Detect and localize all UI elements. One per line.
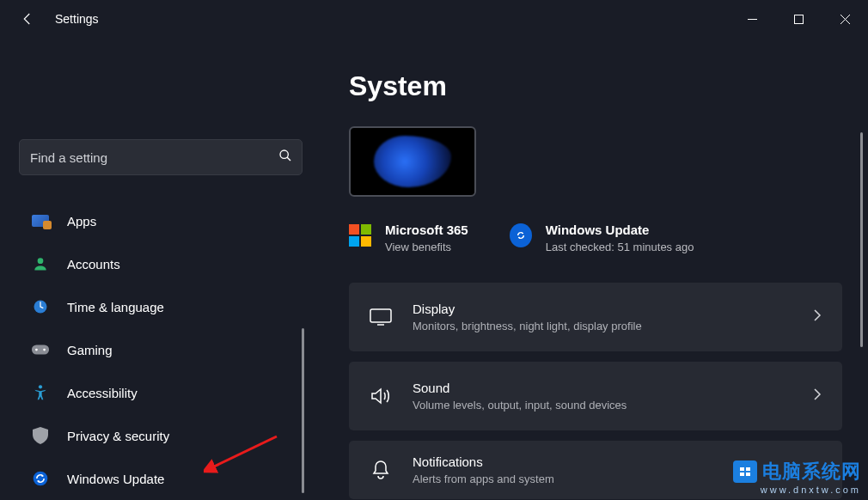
nav: Apps Accounts Time & language Gaming	[19, 199, 301, 500]
card-subtitle: Monitors, brightness, night light, displ…	[413, 320, 813, 332]
sidebar-item-label: Privacy & security	[67, 429, 169, 443]
search-input[interactable]	[19, 139, 303, 175]
svg-point-1	[280, 150, 288, 158]
card-title: Display	[413, 302, 813, 316]
sidebar-item-label: Time & language	[67, 300, 164, 314]
sidebar-item-gaming[interactable]: Gaming	[19, 328, 301, 371]
microsoft-365-block[interactable]: Microsoft 365 View benefits	[349, 223, 468, 253]
windows-update-icon	[510, 224, 532, 247]
sidebar-item-privacy-security[interactable]: Privacy & security	[19, 414, 301, 457]
sidebar-item-accessibility[interactable]: Accessibility	[19, 371, 301, 414]
card-notifications[interactable]: NotificationsAlerts from apps and system	[349, 441, 842, 499]
apps-icon	[31, 211, 50, 230]
svg-point-7	[39, 385, 42, 388]
windows-update-icon	[31, 469, 50, 488]
sidebar-item-time-language[interactable]: Time & language	[19, 285, 301, 328]
gaming-icon	[31, 340, 50, 359]
sidebar-item-accounts[interactable]: Accounts	[19, 242, 301, 285]
card-display[interactable]: DisplayMonitors, brightness, night light…	[349, 283, 842, 351]
svg-point-6	[43, 349, 46, 351]
main-scrollbar[interactable]	[860, 132, 863, 347]
device-thumbnail[interactable]	[349, 126, 476, 197]
wu-subtitle: Last checked: 51 minutes ago	[546, 241, 694, 253]
sidebar-item-label: Windows Update	[67, 472, 164, 486]
sidebar-item-label: Apps	[67, 214, 96, 229]
sidebar-item-label: Gaming	[67, 343, 113, 357]
card-subtitle: Volume levels, output, input, sound devi…	[413, 399, 813, 412]
minimize-button[interactable]	[729, 0, 775, 38]
accounts-icon	[31, 254, 50, 273]
close-button[interactable]	[822, 0, 868, 38]
windows-update-block[interactable]: Windows Update Last checked: 51 minutes …	[510, 223, 694, 253]
accessibility-icon	[31, 383, 50, 402]
wu-title: Windows Update	[546, 223, 694, 237]
back-button[interactable]	[15, 7, 40, 31]
card-title: Notifications	[413, 454, 822, 469]
microsoft-logo-icon	[349, 224, 371, 247]
svg-point-8	[34, 472, 48, 486]
app-title: Settings	[55, 12, 99, 26]
sidebar-scrollbar[interactable]	[302, 328, 304, 493]
ms365-title: Microsoft 365	[385, 223, 468, 237]
sidebar-item-apps[interactable]: Apps	[19, 199, 301, 242]
ms365-subtitle: View benefits	[385, 241, 468, 253]
maximize-button[interactable]	[775, 0, 822, 38]
display-icon	[370, 306, 392, 328]
sidebar: Apps Accounts Time & language Gaming	[0, 38, 318, 500]
time-language-icon	[31, 297, 50, 316]
chevron-right-icon	[813, 387, 822, 405]
svg-rect-4	[32, 345, 49, 355]
privacy-security-icon	[31, 426, 50, 445]
card-sound[interactable]: SoundVolume levels, output, input, sound…	[349, 362, 842, 430]
notifications-icon	[370, 459, 392, 481]
chevron-right-icon	[813, 308, 822, 326]
card-title: Sound	[413, 381, 813, 395]
svg-rect-9	[370, 309, 391, 322]
sound-icon	[370, 385, 392, 407]
svg-point-5	[35, 349, 38, 351]
titlebar: Settings	[0, 0, 868, 38]
svg-rect-0	[794, 15, 803, 23]
svg-point-2	[38, 258, 44, 264]
sidebar-item-windows-update[interactable]: Windows Update	[19, 457, 301, 500]
sidebar-item-label: Accounts	[67, 257, 120, 271]
page-title: System	[349, 70, 842, 102]
search-icon	[278, 149, 292, 166]
main-content: System Microsoft 365 View benefits Windo…	[318, 38, 868, 500]
card-subtitle: Alerts from apps and system	[413, 473, 822, 485]
sidebar-item-label: Accessibility	[67, 386, 138, 400]
window-controls	[729, 0, 868, 38]
